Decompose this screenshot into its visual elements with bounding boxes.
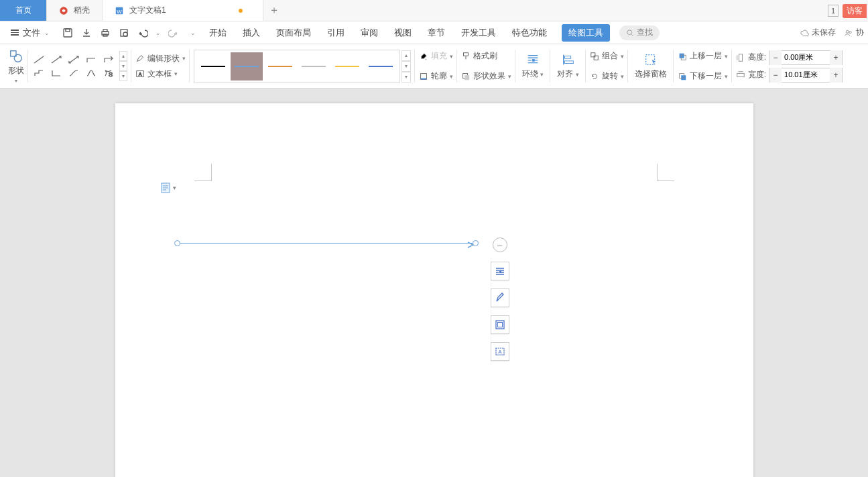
tab-chapter[interactable]: 章节 [426, 24, 446, 42]
svg-rect-24 [564, 56, 570, 59]
line-shape-5[interactable] [102, 54, 115, 65]
align-icon [561, 52, 576, 67]
tab-devtools[interactable]: 开发工具 [460, 24, 497, 42]
collapse-toolbar-button[interactable]: – [493, 237, 507, 252]
wrap-label: 环绕 [522, 69, 538, 78]
tab-document[interactable]: W 文字文稿1 [103, 0, 263, 21]
width-minus-button[interactable]: − [769, 68, 782, 83]
line-shape-4[interactable] [84, 54, 98, 65]
group-button[interactable]: 组合▾ [590, 48, 624, 64]
width-spinner[interactable]: − + [769, 68, 843, 83]
search-placeholder: 查找 [637, 27, 653, 38]
tab-view[interactable]: 视图 [393, 24, 413, 42]
height-plus-button[interactable]: + [830, 50, 842, 65]
gallery-up-icon[interactable]: ▴ [119, 51, 127, 61]
tab-special[interactable]: 特色功能 [511, 24, 548, 42]
svg-rect-31 [681, 75, 686, 80]
style-swatch-6[interactable] [365, 52, 397, 81]
text-annotate-button[interactable]: A [491, 342, 509, 361]
shell-icon [59, 6, 68, 15]
style-swatch-2[interactable] [231, 52, 263, 81]
tab-shell[interactable]: 稻壳 [47, 0, 103, 21]
style-swatch-5[interactable] [331, 52, 363, 81]
shape-floating-toolbar: – A [491, 237, 509, 361]
selection-pane-label: 选择窗格 [635, 68, 667, 80]
selection-pane-icon [643, 52, 658, 67]
style-more-icon[interactable]: ▾ [401, 72, 411, 83]
align-button[interactable]: 对齐 ▾ [554, 52, 581, 80]
height-input[interactable] [782, 51, 830, 64]
resize-handle-left[interactable] [174, 240, 180, 246]
line-shape-9[interactable] [84, 68, 98, 78]
tab-review[interactable]: 审阅 [359, 24, 379, 42]
svg-rect-29 [679, 53, 684, 58]
fill-button[interactable]: 填充▾ [419, 48, 453, 64]
wrap-button[interactable]: 环绕 ▾ [519, 52, 546, 80]
line-shape-10[interactable]: S [102, 68, 115, 78]
arrow-line [180, 243, 473, 244]
undo-dropdown-icon[interactable]: ⌄ [156, 30, 161, 36]
ribbon-tabs: 开始 插入 页面布局 引用 审阅 视图 章节 开发工具 特色功能 绘图工具 [208, 24, 610, 42]
line-shape-1[interactable] [32, 54, 46, 65]
collaborate-button[interactable]: 协 [844, 27, 864, 38]
tab-reference[interactable]: 引用 [326, 24, 346, 42]
print-preview-icon[interactable] [118, 27, 130, 39]
frame-button[interactable] [491, 315, 509, 334]
visitor-badge[interactable]: 访客 [843, 4, 867, 18]
line-shape-2[interactable] [50, 54, 63, 65]
send-backward-button[interactable]: 下移一层▾ [678, 68, 728, 85]
tab-drawing-tools[interactable]: 绘图工具 [562, 24, 610, 42]
height-minus-button[interactable]: − [769, 50, 782, 65]
tab-start[interactable]: 开始 [208, 24, 228, 42]
width-plus-button[interactable]: + [830, 68, 842, 83]
qat-more-icon[interactable]: ⌄ [190, 30, 196, 36]
new-tab-button[interactable]: ＋ [263, 0, 285, 21]
bring-forward-button[interactable]: 上移一层▾ [678, 48, 728, 64]
rotate-button[interactable]: 旋转▾ [590, 68, 624, 85]
document-canvas[interactable]: ▾ – A [0, 89, 868, 477]
file-menu-button[interactable]: 文件 ⌄ [5, 27, 55, 39]
layout-options-button[interactable] [491, 262, 509, 280]
style-swatch-3[interactable] [264, 52, 296, 81]
output-icon[interactable] [80, 27, 92, 39]
insert-shape-button[interactable]: 形状 ▾ [8, 49, 24, 84]
selected-arrow-shape[interactable] [174, 240, 479, 247]
height-spinner[interactable]: − + [769, 50, 843, 65]
line-shape-8[interactable] [67, 68, 80, 78]
shape-effect-label: 形状效果 [473, 70, 505, 82]
style-swatch-4[interactable] [298, 52, 330, 81]
resize-handle-right[interactable] [473, 240, 479, 246]
tab-counter[interactable]: 1 [828, 5, 839, 17]
style-swatch-1[interactable] [197, 52, 229, 81]
tab-home[interactable]: 首页 [0, 0, 47, 21]
line-shape-7[interactable] [50, 68, 63, 78]
unsaved-indicator[interactable]: 未保存 [800, 27, 836, 38]
line-shape-6[interactable] [32, 68, 46, 78]
document-page[interactable]: ▾ – A [115, 103, 753, 477]
line-shape-3[interactable] [67, 54, 80, 65]
tab-layout[interactable]: 页面布局 [275, 24, 312, 42]
gallery-down-icon[interactable]: ▾ [119, 61, 127, 71]
undo-icon[interactable] [137, 27, 149, 39]
tab-insert[interactable]: 插入 [241, 24, 261, 42]
style-up-icon[interactable]: ▴ [401, 50, 411, 61]
outline-button[interactable]: 轮廓▾ [419, 68, 453, 85]
svg-rect-27 [594, 56, 598, 60]
edit-shape-button[interactable]: 编辑形状▾ [135, 53, 186, 64]
text-box-button[interactable]: A 文本框▾ [135, 68, 186, 80]
file-menu-label: 文件 [23, 27, 40, 39]
style-down-icon[interactable]: ▾ [401, 61, 411, 72]
width-input[interactable] [782, 68, 830, 82]
selection-pane-button[interactable]: 选择窗格 [632, 52, 670, 80]
paragraph-options-button[interactable]: ▾ [161, 182, 176, 193]
gallery-more-icon[interactable]: ▾ [119, 71, 127, 81]
print-icon[interactable] [99, 27, 111, 39]
save-icon[interactable] [62, 27, 74, 39]
format-painter-button[interactable]: 格式刷 [461, 48, 511, 64]
search-input[interactable]: 查找 [619, 25, 660, 40]
redo-icon[interactable] [168, 27, 180, 39]
shape-effect-button[interactable]: 形状效果▾ [461, 68, 511, 85]
edit-pencil-button[interactable] [491, 288, 509, 307]
drawing-tools-ribbon: 形状 ▾ S ▴ ▾ ▾ 编辑形状▾ [0, 44, 868, 89]
fill-icon [419, 52, 428, 61]
